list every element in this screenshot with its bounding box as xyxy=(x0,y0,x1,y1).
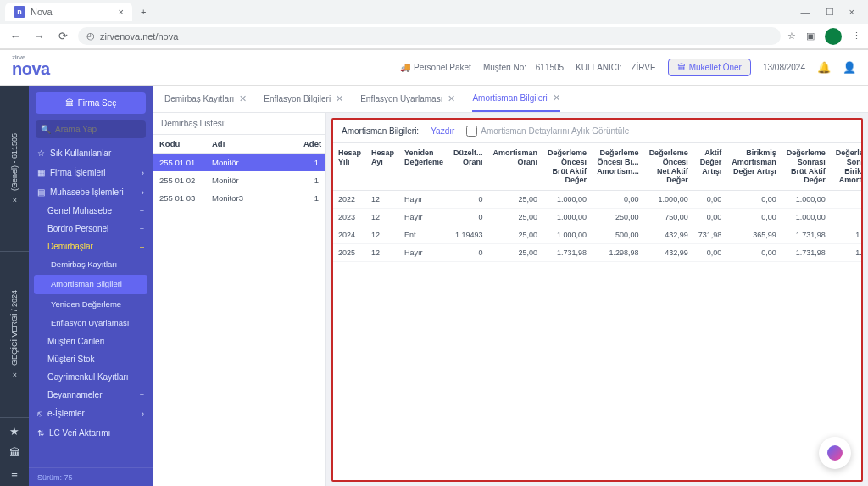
nav-firma-islemleri[interactable]: ▦Firma İşlemleri› xyxy=(29,163,153,182)
profile-avatar[interactable] xyxy=(825,28,842,45)
demirbas-list-panel: Demirbaş Listesi: Kodu Adı Adet 255 01 0… xyxy=(153,113,326,486)
chevron-right-icon: › xyxy=(142,169,144,177)
detail-col-header[interactable]: Aktif Değer Artışı xyxy=(693,143,727,191)
nav-enflasyon-uyarlamasi[interactable]: Enflasyon Uyarlaması xyxy=(29,314,153,332)
amortisman-detail-panel: Amortisman Bilgileri: Yazdır Amortisman … xyxy=(331,118,863,482)
table-row[interactable]: 202512Hayır025,001.731,981.298,98432,990… xyxy=(333,244,863,262)
detail-title: Amortisman Bilgileri: xyxy=(342,126,419,136)
close-icon[interactable]: ✕ xyxy=(448,93,455,104)
close-icon[interactable]: ✕ xyxy=(239,93,247,104)
nav-beyannameler[interactable]: Beyannameler+ xyxy=(29,386,153,404)
tab-title: Nova xyxy=(31,7,53,17)
forward-icon[interactable]: → xyxy=(31,28,47,45)
close-icon[interactable]: ✕ xyxy=(336,93,343,104)
kullanici-label: KULLANICI: ZİRVE xyxy=(576,63,656,72)
detail-col-header[interactable]: Değerleme Öncesi Net Aktif Değer xyxy=(644,143,693,191)
nav-demirbaslar[interactable]: Demirbaşlar– xyxy=(29,237,153,255)
list-row[interactable]: 255 01 02 Monitör 1 xyxy=(153,171,326,189)
nav-muhasebe-islemleri[interactable]: ▤Muhasebe İşlemleri› xyxy=(29,182,153,202)
reload-icon[interactable]: ⟳ xyxy=(54,28,71,45)
musteri-no: Müşteri No: 611505 xyxy=(483,63,564,72)
vert-tab-gecici[interactable]: × GEÇİCİ VERGİ / 2024 xyxy=(0,252,29,418)
detail-col-header[interactable]: Değerleme Öncesi Brüt Aktif Değer xyxy=(542,143,592,191)
detail-col-header[interactable]: Değerleme Sonrası Brüt Aktif Değer xyxy=(782,143,831,191)
detail-col-header[interactable]: Amortisman Oranı xyxy=(488,143,543,191)
star-icon[interactable]: ☆ xyxy=(787,31,796,42)
doc-tab-demirbas[interactable]: Demirbaş Kayıtları✕ xyxy=(164,92,247,112)
detail-col-header[interactable]: Birikmiş Amortisman Değer Artışı xyxy=(726,143,782,191)
table-row[interactable]: 202212Hayır025,001.000,000,001.000,000,0… xyxy=(333,191,863,209)
app-header: zirve nova 🚚 Personel Paket Müşteri No: … xyxy=(0,50,868,86)
new-tab-button[interactable]: + xyxy=(136,7,151,17)
detail-col-header[interactable]: Hesap Ayı xyxy=(366,143,399,191)
detail-col-header[interactable]: Yeniden Değerleme xyxy=(399,143,448,191)
nav-sik-kullanilanlar[interactable]: ☆Sık Kullanılanlar xyxy=(29,143,153,163)
tab-favicon: n xyxy=(14,6,25,18)
nav-genel-muhasebe[interactable]: Genel Muhasebe+ xyxy=(29,202,153,220)
detail-col-header[interactable]: Düzelt... Oranı xyxy=(448,143,488,191)
tab-close-icon[interactable]: × xyxy=(119,7,124,17)
list-title: Demirbaş Listesi: xyxy=(153,113,326,135)
address-bar[interactable]: ◴ zirvenova.net/nova xyxy=(78,27,781,45)
aylik-goruntule-option[interactable]: Amortisman Detaylarını Aylık Görüntüle xyxy=(466,126,629,137)
col-adet[interactable]: Adet xyxy=(297,135,326,153)
list-row[interactable]: 255 01 03 Monitor3 1 xyxy=(153,189,326,207)
table-row[interactable]: 202312Hayır025,001.000,00250,00750,000,0… xyxy=(333,209,863,226)
nav-lc-veri[interactable]: ⇅LC Veri Aktarımı xyxy=(29,423,153,443)
detail-col-header[interactable]: Değerleme Öncesi Bi... Amortism... xyxy=(592,143,644,191)
window-close-icon[interactable]: × xyxy=(849,7,854,18)
amortisman-table: Hesap YılıHesap AyıYeniden DeğerlemeDüze… xyxy=(333,143,863,262)
list-icon[interactable]: ≡ xyxy=(11,467,18,480)
doc-tab-enflasyon-bilgileri[interactable]: Enflasyon Bilgileri✕ xyxy=(264,92,343,112)
detail-col-header[interactable]: Hesap Yılı xyxy=(333,143,366,191)
col-kodu[interactable]: Kodu xyxy=(153,135,205,153)
nav-musteri-stok[interactable]: Müşteri Stok xyxy=(29,350,153,368)
document-tabs: Demirbaş Kayıtları✕ Enflasyon Bilgileri✕… xyxy=(153,86,868,113)
list-row[interactable]: 255 01 01 Monitör 1 xyxy=(153,154,326,171)
browser-tab[interactable]: n Nova × xyxy=(5,3,132,21)
sidebar-search[interactable]: 🔍 xyxy=(36,120,146,138)
app-logo[interactable]: zirve nova xyxy=(12,56,50,79)
firma-sec-button[interactable]: 🏛 Firma Seç xyxy=(36,92,146,114)
col-adi[interactable]: Adı xyxy=(205,135,297,153)
back-icon[interactable]: ← xyxy=(7,28,24,45)
mukellef-oner-button[interactable]: 🏛 Mükellef Öner xyxy=(668,59,751,76)
doc-tab-enflasyon-uyarlamasi[interactable]: Enflasyon Uyarlaması✕ xyxy=(360,92,455,112)
detail-col-header[interactable]: Değerleme Sonrası Birikmiş Amortism xyxy=(831,143,863,191)
nav-amortisman-bilgileri[interactable]: Amortisman Bilgileri xyxy=(34,275,147,293)
search-input[interactable] xyxy=(55,125,163,134)
header-date: 13/08/2024 xyxy=(763,63,805,72)
doc-tab-amortisman[interactable]: Amortisman Bilgileri✕ xyxy=(472,92,559,112)
user-icon[interactable]: 👤 xyxy=(843,61,856,74)
close-icon[interactable]: × xyxy=(12,371,16,379)
nav-gayrimenkul[interactable]: Gayrimenkul Kayıtları xyxy=(29,368,153,386)
menu-icon[interactable]: ⋮ xyxy=(852,31,861,42)
vert-tab-genel[interactable]: × (Genel) - 611505 xyxy=(0,86,29,252)
extension-icon[interactable]: ▣ xyxy=(806,31,815,42)
bell-icon[interactable]: 🔔 xyxy=(817,61,831,74)
nav-eislemler[interactable]: ⎋e-İşlemler› xyxy=(29,404,153,423)
star-icon[interactable]: ★ xyxy=(9,425,19,438)
columns-icon[interactable]: 🏛 xyxy=(9,446,20,459)
yazdir-button[interactable]: Yazdır xyxy=(431,126,454,136)
url-text: zirvenova.net/nova xyxy=(100,31,178,42)
nav-yeniden-degerleme[interactable]: Yeniden Değerleme xyxy=(29,295,153,314)
personel-paket-label[interactable]: 🚚 Personel Paket xyxy=(400,63,471,72)
site-info-icon[interactable]: ◴ xyxy=(86,31,95,42)
close-icon[interactable]: × xyxy=(12,196,16,204)
building-icon: 🏛 xyxy=(677,63,686,72)
chat-icon xyxy=(827,445,843,461)
package-icon: 🚚 xyxy=(400,63,410,72)
browser-chrome: n Nova × + — ☐ × ← → ⟳ ◴ zirvenova.net/n… xyxy=(0,0,868,50)
window-minimize-icon[interactable]: — xyxy=(801,7,810,18)
sidebar-version: Sürüm: 75 xyxy=(29,467,153,486)
chat-bubble-button[interactable] xyxy=(819,437,851,469)
window-maximize-icon[interactable]: ☐ xyxy=(826,7,834,18)
chevron-right-icon: › xyxy=(142,188,144,197)
nav-musteri-carileri[interactable]: Müşteri Carileri xyxy=(29,332,153,350)
close-icon[interactable]: ✕ xyxy=(553,92,560,103)
nav-demirbas-kayitlari[interactable]: Demirbaş Kayıtları xyxy=(29,255,153,274)
aylik-checkbox[interactable] xyxy=(466,126,477,137)
table-row[interactable]: 202412Enf1.1949325,001.000,00500,00432,9… xyxy=(333,226,863,244)
nav-bordro-personel[interactable]: Bordro Personel+ xyxy=(29,220,153,237)
